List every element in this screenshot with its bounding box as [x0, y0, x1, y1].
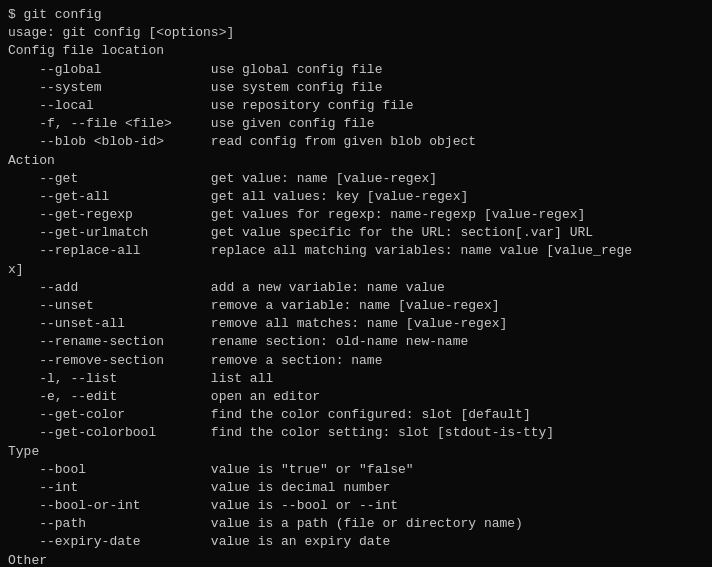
terminal-line: Other — [8, 552, 704, 567]
terminal-line: x] — [8, 261, 704, 279]
terminal-line: --get-color find the color configured: s… — [8, 406, 704, 424]
terminal-line: --get-all get all values: key [value-reg… — [8, 188, 704, 206]
terminal-line: usage: git config [<options>] — [8, 24, 704, 42]
terminal-line: --add add a new variable: name value — [8, 279, 704, 297]
terminal-line: --path value is a path (file or director… — [8, 515, 704, 533]
terminal-window: $ git configusage: git config [<options>… — [8, 6, 704, 567]
terminal-line: --get-urlmatch get value specific for th… — [8, 224, 704, 242]
terminal-line: -e, --edit open an editor — [8, 388, 704, 406]
terminal-line: --unset-all remove all matches: name [va… — [8, 315, 704, 333]
terminal-line: --bool-or-int value is --bool or --int — [8, 497, 704, 515]
terminal-line: --unset remove a variable: name [value-r… — [8, 297, 704, 315]
terminal-line: --remove-section remove a section: name — [8, 352, 704, 370]
terminal-line: Action — [8, 152, 704, 170]
terminal-line: --int value is decimal number — [8, 479, 704, 497]
terminal-line: Config file location — [8, 42, 704, 60]
terminal-line: --replace-all replace all matching varia… — [8, 242, 704, 260]
terminal-line: --local use repository config file — [8, 97, 704, 115]
terminal-line: --expiry-date value is an expiry date — [8, 533, 704, 551]
terminal-line: -l, --list list all — [8, 370, 704, 388]
terminal-line: Type — [8, 443, 704, 461]
terminal-line: --global use global config file — [8, 61, 704, 79]
terminal-line: --get-colorbool find the color setting: … — [8, 424, 704, 442]
terminal-line: -f, --file <file> use given config file — [8, 115, 704, 133]
terminal-line: --rename-section rename section: old-nam… — [8, 333, 704, 351]
terminal-line: --blob <blob-id> read config from given … — [8, 133, 704, 151]
terminal-line: --system use system config file — [8, 79, 704, 97]
terminal-line: --get-regexp get values for regexp: name… — [8, 206, 704, 224]
terminal-line: --bool value is "true" or "false" — [8, 461, 704, 479]
terminal-line: --get get value: name [value-regex] — [8, 170, 704, 188]
terminal-line: $ git config — [8, 6, 704, 24]
